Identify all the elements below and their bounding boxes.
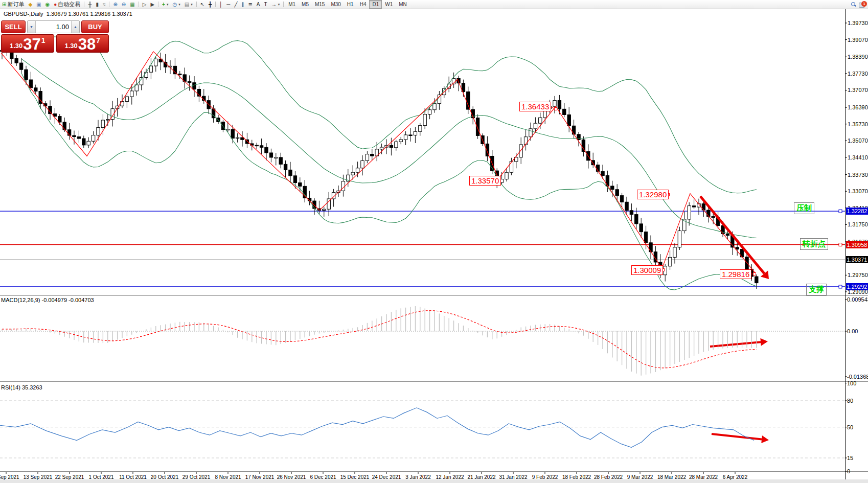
annotation-label: 转折点 (800, 238, 828, 250)
sell-price-sup: 1 (41, 36, 45, 44)
price-axis-label: 1.35070 (848, 137, 868, 144)
search-icon[interactable] (851, 2, 856, 7)
signals-button[interactable]: ◉ (43, 0, 52, 9)
volume-input[interactable] (36, 21, 71, 33)
autotrade-button[interactable]: ●自动交易 (52, 0, 82, 9)
date-label: 12 Jan 2022 (436, 474, 464, 480)
text-button[interactable]: A (255, 0, 262, 9)
rsi-line (0, 408, 754, 448)
cursor-button[interactable]: ↖ (198, 0, 207, 9)
auto-scroll-icon: ▷ (143, 1, 147, 8)
templates-button[interactable]: ▤▾ (182, 0, 195, 9)
line-handle (839, 243, 842, 246)
bar-chart-button[interactable]: ╫ (86, 0, 94, 9)
timeframe-button-h4[interactable]: H4 (357, 0, 370, 9)
toolbar-right: 1 (851, 0, 866, 9)
toolbar-separator (139, 2, 139, 7)
rsi-axis-label: 15 (847, 455, 853, 461)
periods-button[interactable]: ◷▾ (170, 0, 182, 9)
crosshair-button[interactable]: ╋ (207, 0, 214, 9)
horizontal-line-icon: ─ (226, 1, 230, 8)
chevron-down-icon: ▾ (191, 3, 193, 7)
rsi-axis-label: 100 (847, 380, 856, 386)
toolbar-separator (283, 2, 284, 7)
timeframe-button-mn[interactable]: MN (396, 0, 410, 9)
terminal-button[interactable]: ▣ (34, 0, 43, 9)
bar-chart-icon: ╫ (88, 1, 92, 8)
date-label: 15 Dec 2021 (340, 474, 370, 480)
price-axis-label: 1.35730 (848, 121, 868, 127)
trendline-button[interactable]: ╱ (232, 0, 239, 9)
price-axis-label: 1.29750 (848, 272, 868, 278)
date-label: 11 Oct 2021 (119, 474, 147, 480)
channel-icon: ∥ (241, 1, 244, 8)
timeframe-button-m1[interactable]: M1 (285, 0, 299, 9)
timeframe-button-m30[interactable]: M30 (328, 0, 344, 9)
tile-windows-button[interactable]: ▦ (128, 0, 136, 9)
toolbar: ⊞新订单◆▣◉●自动交易╫▮≈⊕⊖▦▷▶+▾◷▾▤▾↖╋│─╱∥≣AT→▾M1M… (0, 0, 868, 9)
date-label: 28 Mar 2022 (689, 474, 718, 480)
price-axis-label: 1.33070 (848, 188, 868, 194)
arrows-icon: → (271, 1, 277, 8)
line-chart-button[interactable]: ≈ (101, 0, 108, 9)
annotation-label: 压制 (794, 202, 814, 214)
zoom-out-icon: ⊖ (122, 1, 126, 8)
label-button[interactable]: T (262, 0, 269, 9)
vertical-line-button[interactable]: │ (217, 0, 224, 9)
indicators-icon: + (162, 1, 165, 8)
macd-axis-label: 0.00 (847, 328, 858, 334)
vertical-line-icon: │ (219, 1, 222, 8)
fibonacci-button[interactable]: ≣ (246, 0, 254, 9)
volume-increase-button[interactable]: ▲ (71, 21, 79, 33)
zoom-in-button[interactable]: ⊕ (111, 0, 119, 9)
volume-box: ▼ ▲ (27, 20, 80, 33)
auto-scroll-button[interactable]: ▷ (141, 0, 149, 9)
bollinger-band-line (21, 73, 757, 290)
sell-price-box[interactable]: 1.30 37 1 (1, 34, 54, 53)
timeframe-button-w1[interactable]: W1 (382, 0, 396, 9)
date-label: 2 Sep 2021 (0, 474, 19, 480)
buy-button[interactable]: BUY (81, 20, 109, 33)
chart-shift-button[interactable]: ▶ (148, 0, 156, 9)
market-watch-button[interactable]: ◆ (26, 0, 34, 9)
one-click-trade-panel: SELL ▼ ▲ BUY 1.30 37 1 1.30 38 7 (1, 20, 109, 53)
price-chart-canvas[interactable] (0, 0, 868, 483)
date-label: 13 Sep 2021 (24, 474, 53, 480)
channel-button[interactable]: ∥ (239, 0, 246, 9)
templates-icon: ▤ (185, 1, 189, 8)
trend-arrow (760, 338, 768, 346)
price-tag: 1.33570 (469, 176, 501, 186)
volume-decrease-button[interactable]: ▼ (28, 21, 36, 33)
timeframe-button-d1[interactable]: D1 (369, 0, 382, 9)
date-label: 28 Feb 2022 (594, 474, 623, 480)
timeframe-button-h1[interactable]: H1 (344, 0, 357, 9)
periods-icon: ◷ (172, 1, 177, 8)
new-order-button[interactable]: ⊞新订单 (0, 0, 26, 9)
arrows-button[interactable]: →▾ (269, 0, 282, 9)
timeframe-button-m15[interactable]: M15 (312, 0, 328, 9)
date-label: 9 Feb 2022 (532, 474, 558, 480)
date-label: 26 Nov 2021 (277, 474, 306, 480)
buy-price-box[interactable]: 1.30 38 7 (56, 34, 109, 53)
chat-icon[interactable]: 1 (859, 2, 866, 8)
sell-price-small: 1.30 (10, 42, 22, 50)
sell-button[interactable]: SELL (1, 20, 26, 33)
price-tag: 1.32980 (637, 190, 669, 199)
date-label: 1 Oct 2021 (89, 474, 114, 480)
price-badge: 1.30958 (846, 241, 868, 248)
candle-chart-button[interactable]: ▮ (94, 0, 101, 9)
chart-shift-icon: ▶ (150, 1, 154, 8)
rsi-header: RSI(14) 35.3263 (1, 384, 42, 390)
price-badge: 1.29292 (846, 283, 868, 290)
date-label: 17 Nov 2021 (245, 474, 275, 480)
date-label: 20 Oct 2021 (151, 474, 178, 480)
timeframe-button-m5[interactable]: M5 (299, 0, 312, 9)
bollinger-band-line (21, 36, 757, 193)
horizontal-line-button[interactable]: ─ (224, 0, 232, 9)
candle-chart-icon: ▮ (96, 1, 99, 8)
zigzag-line (1, 52, 756, 273)
toolbar-separator (196, 2, 197, 7)
zoom-out-button[interactable]: ⊖ (120, 0, 128, 9)
indicators-button[interactable]: +▾ (160, 0, 170, 9)
new-order-button-label: 新订单 (7, 1, 24, 8)
